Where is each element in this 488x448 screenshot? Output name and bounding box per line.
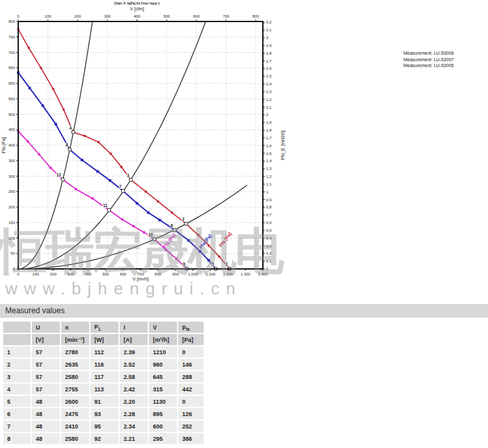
table-row: 8482580922.21295386 <box>3 433 204 444</box>
svg-text:500: 500 <box>163 14 170 18</box>
svg-text:6: 6 <box>170 223 173 228</box>
value-cell: 93 <box>90 408 118 419</box>
value-cell: 386 <box>178 433 204 444</box>
value-cell: 57 <box>32 359 60 370</box>
legend-item: Measurement: LU-53007 <box>403 57 454 63</box>
value-cell: 91 <box>90 396 118 407</box>
table-row: 6482475932.28895126 <box>3 408 204 419</box>
chart-svg: 123456789101112Pfa [Pa]Pfa [Pa]Pfa [Pa]0… <box>0 0 299 301</box>
svg-text:0,3: 0,3 <box>266 244 272 248</box>
value-cell: 2.34 <box>120 421 148 432</box>
table-row: 7482410952.34600252 <box>3 421 204 432</box>
value-cell: 117 <box>90 371 118 382</box>
legend-item: Measurement: LU-53006 <box>403 50 454 57</box>
svg-text:800: 800 <box>155 272 162 276</box>
svg-text:1,7: 1,7 <box>266 136 272 140</box>
table-row: 5482600912.2011300 <box>3 396 204 407</box>
svg-text:50: 50 <box>10 251 15 255</box>
table-corner-cell <box>3 334 31 345</box>
svg-text:2,8: 2,8 <box>266 51 272 55</box>
table-row: 15727801122.3912100 <box>3 346 204 357</box>
svg-text:600: 600 <box>120 272 127 276</box>
svg-text:8: 8 <box>66 143 68 147</box>
svg-text:1.300: 1.300 <box>241 272 251 276</box>
section-header-bar: Measured values <box>0 304 488 318</box>
svg-text:300: 300 <box>104 14 111 18</box>
unit-header: [A] <box>120 334 148 345</box>
measured-values-table: UnP1IV̇pfa[V][min⁻¹][W][A][m³/h][Pa]1572… <box>2 320 205 445</box>
svg-text:700: 700 <box>137 272 144 276</box>
svg-text:1,5: 1,5 <box>266 152 272 156</box>
svg-text:250: 250 <box>8 189 16 193</box>
value-cell: 315 <box>149 384 177 395</box>
fan-performance-chart: 123456789101112Pfa [Pa]Pfa [Pa]Pfa [Pa]0… <box>0 0 299 301</box>
svg-text:0: 0 <box>17 272 20 276</box>
fan-curve-LU-53007 <box>17 71 217 270</box>
svg-text:200: 200 <box>74 14 81 18</box>
value-cell: 288 <box>178 371 204 382</box>
svg-text:400: 400 <box>85 272 92 276</box>
unit-header: [min⁻¹] <box>61 334 89 345</box>
bottom-axis-label: V [m³/h] <box>133 277 149 282</box>
value-cell: 2410 <box>61 421 89 432</box>
svg-text:500: 500 <box>8 113 16 117</box>
svg-text:2,6: 2,6 <box>266 66 272 70</box>
svg-text:450: 450 <box>8 128 16 132</box>
value-cell: 2580 <box>61 433 89 444</box>
row-number-cell: 8 <box>3 433 31 444</box>
value-cell: 48 <box>32 421 60 432</box>
svg-text:3: 3 <box>127 173 129 178</box>
value-cell: 2755 <box>61 384 89 395</box>
svg-text:3,1: 3,1 <box>266 28 272 32</box>
svg-text:1.200: 1.200 <box>223 272 234 276</box>
svg-text:1.000: 1.000 <box>188 272 198 276</box>
value-cell: 2600 <box>61 396 89 407</box>
table-corner-cell <box>3 322 31 333</box>
svg-text:300: 300 <box>8 175 16 178</box>
value-cell: 645 <box>149 371 177 382</box>
svg-text:3: 3 <box>266 36 269 40</box>
svg-text:750: 750 <box>8 35 16 39</box>
right-axis-label: Pfa_E [InH2O] <box>280 130 286 160</box>
value-cell: 2.52 <box>120 359 148 370</box>
table-row: 35725801172.58645288 <box>3 371 204 382</box>
row-number-cell: 3 <box>3 371 31 382</box>
svg-text:100: 100 <box>33 272 40 276</box>
svg-text:1.400: 1.400 <box>258 272 268 276</box>
value-cell: 2.42 <box>120 384 148 395</box>
svg-text:10: 10 <box>148 232 154 237</box>
svg-text:3,2: 3,2 <box>266 20 272 24</box>
svg-text:650: 650 <box>8 66 16 70</box>
value-cell: 2.39 <box>120 346 148 357</box>
svg-text:0,9: 0,9 <box>266 198 272 202</box>
value-cell: 92 <box>90 433 118 444</box>
value-cell: 2780 <box>61 346 89 357</box>
value-cell: 48 <box>32 396 60 407</box>
column-header: V̇ <box>149 322 177 333</box>
column-header: pfa <box>178 322 204 333</box>
value-cell: 252 <box>178 421 204 432</box>
svg-text:400: 400 <box>8 143 16 147</box>
value-cell: 1210 <box>149 346 177 357</box>
value-cell: 0 <box>178 346 204 357</box>
measurement-legend: Measurement: LU-53006 Measurement: LU-53… <box>403 50 454 69</box>
svg-text:500: 500 <box>102 272 109 276</box>
measured-values-table-body: UnP1IV̇pfa[V][min⁻¹][W][A][m³/h][Pa]1572… <box>3 322 204 444</box>
svg-text:0: 0 <box>17 14 20 18</box>
value-cell: 95 <box>90 421 118 432</box>
value-cell: 113 <box>90 384 118 395</box>
svg-text:700: 700 <box>8 51 16 55</box>
column-header: P1 <box>90 322 118 333</box>
row-number-cell: 7 <box>3 421 31 432</box>
chart-title: Chart: P_fa[Pa] Air Flow / Input 1 <box>115 2 160 5</box>
svg-text:2: 2 <box>182 217 185 221</box>
value-cell: 116 <box>90 359 118 370</box>
value-cell: 0 <box>178 396 204 407</box>
svg-text:1: 1 <box>266 190 269 194</box>
legend-item: Measurement: LU-53005 <box>403 63 454 69</box>
svg-text:150: 150 <box>8 221 16 225</box>
svg-text:800: 800 <box>252 14 260 18</box>
svg-text:100: 100 <box>45 14 52 18</box>
value-cell: 2.21 <box>120 433 148 444</box>
value-cell: 2.58 <box>120 371 148 382</box>
